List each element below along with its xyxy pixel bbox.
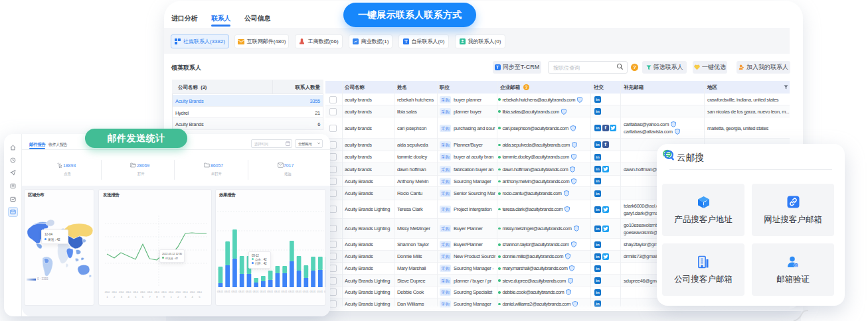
svg-text:@: @: [795, 264, 798, 267]
